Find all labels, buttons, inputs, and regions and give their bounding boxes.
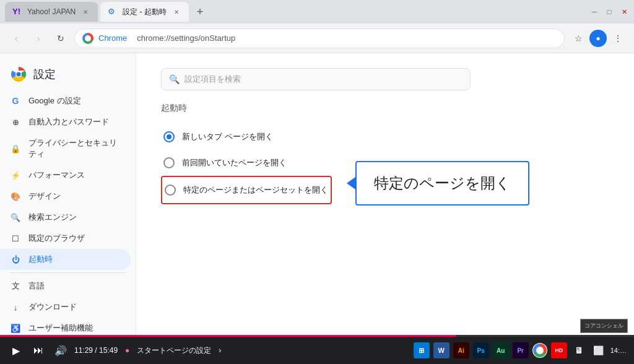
reload-button[interactable]: ↻ (52, 30, 69, 47)
sidebar-item-browser[interactable]: ☐ 既定のブラウザ (0, 228, 131, 249)
callout-text: 特定のページを開く (374, 175, 511, 191)
option-prev-session[interactable]: 前回開いていたページを開く (161, 150, 332, 176)
startup-icon: ⏻ (10, 254, 21, 265)
settings-search-bar[interactable]: 🔍 設定項目を検索 (161, 68, 471, 90)
radio-prev-session (163, 157, 175, 168)
new-tab-button[interactable]: + (191, 3, 209, 20)
sidebar-label-performance: パフォーマンス (28, 170, 85, 181)
autofill-icon: ⊕ (10, 116, 21, 128)
search-icon: 🔍 (169, 74, 180, 84)
sidebar-item-search[interactable]: 🔍 検索エンジン (0, 207, 131, 228)
sidebar-label-browser: 既定のブラウザ (28, 233, 85, 244)
taskbar-premiere[interactable]: Pr (513, 342, 529, 358)
taskbar-word[interactable]: W (433, 342, 449, 358)
callout-arrow (347, 177, 355, 189)
address-right-controls: ☆ ● ⋮ (570, 30, 627, 47)
language-icon: 文 (10, 280, 21, 292)
sidebar-label-design: デザイン (28, 191, 61, 202)
sidebar-item-language[interactable]: 文 言語 (0, 275, 131, 297)
video-title: スタートページの設定 (137, 345, 211, 356)
volume-button[interactable]: 🔊 (52, 342, 69, 359)
taskbar-desktop[interactable]: ⬜ (591, 342, 607, 358)
sidebar-divider (10, 272, 126, 273)
play-button[interactable]: ▶ (7, 342, 25, 359)
svg-point-2 (17, 72, 21, 77)
search-placeholder: 設定項目を検索 (185, 74, 241, 85)
sidebar-item-design[interactable]: 🎨 デザイン (0, 186, 131, 207)
sidebar-label-privacy: プライバシーとセキュリティ (28, 137, 121, 160)
settings-favicon: ⚙ (108, 7, 118, 17)
content-area: 設定 G Google の設定 ⊕ 自動入力とパスワード 🔒 プライバシーとセキ… (0, 53, 634, 335)
video-arrow: › (219, 346, 221, 355)
chrome-icon (82, 33, 93, 44)
design-icon: 🎨 (10, 191, 21, 202)
minimize-button[interactable]: ─ (589, 7, 599, 17)
download-icon: ↓ (10, 301, 21, 313)
step-forward-button[interactable]: ⏭ (30, 342, 47, 359)
tab-settings-close[interactable]: ✕ (172, 7, 181, 17)
option-new-tab[interactable]: 新しいタブ ページを開く (161, 124, 332, 150)
sidebar-label-startup: 起動時 (28, 254, 53, 265)
forward-button[interactable]: › (30, 30, 47, 47)
option-specific-page-label: 特定のページまたはページセットを開く (183, 184, 328, 196)
video-time: 11:29 / 15:49 (74, 346, 118, 355)
corner-label: コアコンシェル (580, 319, 628, 333)
taskbar-hd-badge: HD (551, 342, 567, 358)
tab-yahoo[interactable]: Y! Yahoo! JAPAN ✕ (5, 2, 98, 22)
tab-settings[interactable]: ⚙ 設定 - 起動時 ✕ (100, 2, 189, 22)
sidebar-label-google: Google の設定 (28, 95, 81, 106)
url-prefix: Chrome (98, 33, 127, 43)
chrome-settings-logo (10, 66, 27, 83)
close-button[interactable]: ✕ (619, 7, 629, 17)
tab-yahoo-label: Yahoo! JAPAN (27, 7, 76, 16)
sidebar-item-google[interactable]: G Google の設定 (0, 90, 131, 111)
url-bar[interactable]: Chrome chrome://settings/onStartup (74, 28, 565, 48)
bookmark-button[interactable]: ☆ (570, 30, 587, 47)
yahoo-favicon: Y! (12, 7, 22, 17)
search-engine-icon: 🔍 (10, 212, 21, 223)
taskbar-icons: ⊞ W Ai Ps Au Pr HD 🖥 ⬜ 14:… (414, 342, 627, 358)
tab-yahoo-close[interactable]: ✕ (80, 7, 90, 17)
title-bar: Y! Yahoo! JAPAN ✕ ⚙ 設定 - 起動時 ✕ + ─ □ ✕ (0, 0, 634, 24)
window-controls: ─ □ ✕ (589, 7, 629, 17)
menu-button[interactable]: ⋮ (609, 30, 627, 47)
option-new-tab-label: 新しいタブ ページを開く (182, 131, 273, 142)
main-settings-content: 🔍 設定項目を検索 起動時 新しいタブ ページを開く (136, 53, 634, 335)
sidebar: 設定 G Google の設定 ⊕ 自動入力とパスワード 🔒 プライバシーとセキ… (0, 53, 136, 335)
sidebar-item-accessibility[interactable]: ♿ ユーザー補助機能 (0, 318, 131, 335)
sidebar-label-download: ダウンロード (28, 301, 77, 313)
video-player-bar: ▶ ⏭ 🔊 11:29 / 15:49 ● スタートページの設定 › ⊞ W A… (0, 337, 634, 364)
taskbar-display[interactable]: 🖥 (571, 342, 587, 358)
taskbar-photoshop[interactable]: Ps (473, 342, 489, 358)
search-bar-wrapper: 🔍 設定項目を検索 (161, 68, 609, 90)
option-prev-session-label: 前回開いていたページを開く (182, 157, 287, 168)
url-address: chrome://settings/onStartup (137, 33, 235, 43)
sidebar-item-download[interactable]: ↓ ダウンロード (0, 297, 131, 318)
sidebar-label-search: 検索エンジン (28, 212, 77, 223)
sidebar-item-startup[interactable]: ⏻ 起動時 (0, 249, 131, 270)
sidebar-item-performance[interactable]: ⚡ パフォーマンス (0, 165, 131, 186)
startup-options-list: 新しいタブ ページを開く 前回開いていたページを開く 特定のページまたはページセ… (161, 124, 332, 204)
taskbar-time: 14:… (610, 347, 627, 354)
settings-header: 設定 (0, 58, 136, 90)
accessibility-icon: ♿ (10, 323, 21, 334)
taskbar-chrome[interactable] (532, 343, 547, 358)
profile-button[interactable]: ● (589, 30, 607, 47)
callout-container: 特定のページを開く (347, 161, 529, 206)
address-bar: ‹ › ↻ Chrome chrome://settings/onStartup… (0, 24, 634, 53)
sidebar-label-language: 言語 (28, 280, 45, 292)
option-specific-page[interactable]: 特定のページまたはページセットを開く (161, 176, 332, 204)
radio-new-tab-fill (167, 134, 172, 139)
sidebar-item-autofill[interactable]: ⊕ 自動入力とパスワード (0, 111, 131, 132)
back-button[interactable]: ‹ (7, 30, 25, 47)
taskbar-illustrator[interactable]: Ai (453, 342, 469, 358)
callout-box: 特定のページを開く (355, 161, 529, 206)
performance-icon: ⚡ (10, 170, 21, 181)
maximize-button[interactable]: □ (604, 7, 614, 17)
taskbar-audition[interactable]: Au (493, 342, 509, 358)
taskbar-windows[interactable]: ⊞ (414, 342, 430, 358)
sidebar-item-privacy[interactable]: 🔒 プライバシーとセキュリティ (0, 132, 131, 165)
google-icon: G (10, 95, 21, 106)
browser-window: Y! Yahoo! JAPAN ✕ ⚙ 設定 - 起動時 ✕ + ─ □ ✕ ‹… (0, 0, 634, 364)
tab-settings-label: 設定 - 起動時 (123, 7, 167, 17)
